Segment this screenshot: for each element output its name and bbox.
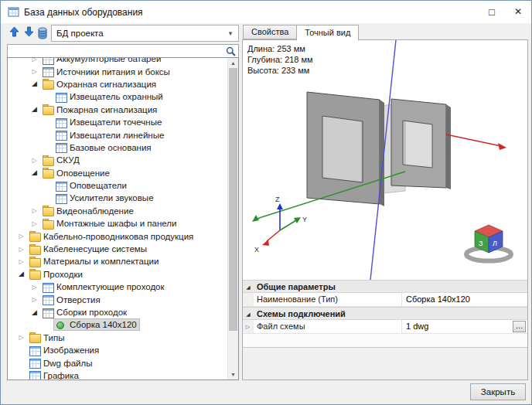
tree-item-content[interactable]: Кабеленесущие системы <box>27 243 150 255</box>
maximize-button[interactable]: □ <box>479 1 505 23</box>
tree-item[interactable]: ◢Охранная сигнализация <box>8 78 227 90</box>
tree-item[interactable]: ◢Оповещение <box>8 167 227 179</box>
move-up-button[interactable] <box>7 26 21 41</box>
property-value[interactable]: Сборка 140x120 <box>402 293 527 306</box>
tab-properties[interactable]: Свойства <box>243 25 297 39</box>
scrollbar-thumb[interactable] <box>229 68 237 331</box>
close-button[interactable]: Закрыть <box>470 383 526 400</box>
tree-item-content[interactable]: Базовые основания <box>53 141 155 154</box>
expanded-arrow-icon[interactable]: ◢ <box>29 104 40 115</box>
3d-viewport[interactable]: Длина: 253 мм Глубина: 218 мм Высота: 23… <box>243 40 527 280</box>
scroll-up-icon[interactable]: ▲ <box>228 58 238 68</box>
tree-item-content[interactable]: Проходки <box>27 268 86 281</box>
tree-item[interactable]: Графика <box>8 369 227 380</box>
tree-item[interactable]: ◢Пожарная сигнализация <box>8 104 227 116</box>
tree-item[interactable]: ▷Видеонаблюдение <box>8 205 227 217</box>
tree-item[interactable]: ▷Комплектующие проходок <box>8 281 227 293</box>
section-expander-icon[interactable]: ◢ <box>243 308 254 319</box>
tree-item-content[interactable]: СКУД <box>40 154 83 166</box>
close-window-button[interactable]: ✕ <box>505 1 531 23</box>
tree-item[interactable]: Извещатели точечные <box>8 116 227 128</box>
collapsed-arrow-icon[interactable]: ▷ <box>15 230 27 242</box>
tree-item[interactable]: Изображения <box>8 344 227 356</box>
tree-scrollbar[interactable]: ▲ ▼ <box>227 58 238 379</box>
up-arrow-icon <box>9 26 19 37</box>
property-section-schemes[interactable]: ◢ Схемы подключений <box>243 307 527 320</box>
tree-item[interactable]: ▷Источники питания и боксы <box>8 65 227 77</box>
browse-ellipsis-button[interactable]: … <box>513 321 526 332</box>
tree-item-content[interactable]: Извещатели точечные <box>53 116 165 128</box>
property-section-general[interactable]: ◢ Общие параметры <box>243 280 527 293</box>
tree-item[interactable]: Оповещатели <box>8 179 227 192</box>
3d-model-view[interactable]: Z Y X З Л <box>243 40 527 280</box>
tree-item-content[interactable]: Усилители звуковые <box>53 192 157 204</box>
x-axis-line <box>446 134 501 146</box>
tree-item-content[interactable]: Монтажные шкафы и панели <box>40 217 179 230</box>
collapsed-arrow-icon[interactable]: ▷ <box>15 243 27 255</box>
tree-item[interactable]: ▷Кабельно-проводниковая продукция <box>8 230 227 242</box>
tree-item-content[interactable]: Извещатель охранный <box>53 90 166 103</box>
tree-item-content[interactable]: Изображения <box>27 344 102 356</box>
tree-item-content[interactable]: Dwg файлы <box>27 357 95 369</box>
tree-item-content[interactable]: Типы <box>27 332 67 344</box>
expanded-arrow-icon[interactable]: ◢ <box>15 268 27 280</box>
tree-item[interactable]: ◢Сборки проходок <box>8 306 227 318</box>
tree-item[interactable]: ▷Типы <box>8 332 227 344</box>
tree-item-content[interactable]: Охранная сигнализация <box>40 78 159 90</box>
tree-item-content[interactable]: Видеонаблюдение <box>40 205 137 217</box>
collapsed-arrow-icon[interactable]: ▷ <box>29 66 40 77</box>
tree-item-content[interactable]: Сборки проходок <box>40 306 130 318</box>
tree-item-content[interactable]: Источники питания и боксы <box>40 66 173 78</box>
tree-item[interactable]: ▷Монтажные шкафы и панели <box>8 217 227 230</box>
tree-item[interactable]: Dwg файлы <box>8 356 227 369</box>
expanded-arrow-icon[interactable]: ◢ <box>29 307 40 318</box>
expanded-arrow-icon[interactable]: ◢ <box>29 78 40 90</box>
tree-item-content[interactable]: Материалы и комплектации <box>27 255 162 267</box>
tree-item-label: Проходки <box>43 270 83 279</box>
scroll-down-icon[interactable]: ▼ <box>228 369 238 379</box>
tree-item[interactable]: Извещатели линейные <box>8 128 227 141</box>
row-expander-icon[interactable]: ▷ <box>243 320 254 333</box>
tree-item[interactable]: Усилители звуковые <box>8 192 227 204</box>
tree-item-content[interactable]: Пожарная сигнализация <box>40 104 160 116</box>
tree-item[interactable]: Базовые основания <box>8 141 227 154</box>
search-box[interactable] <box>7 44 239 58</box>
collapsed-arrow-icon[interactable]: ▷ <box>29 205 40 216</box>
tab-exact-view[interactable]: Точный вид <box>296 25 359 41</box>
search-icon[interactable] <box>226 46 236 56</box>
tree-item[interactable]: ▷Кабеленесущие системы <box>8 243 227 255</box>
tree-item[interactable]: ◢Проходки <box>8 268 227 281</box>
expanded-arrow-icon[interactable]: ◢ <box>29 167 40 179</box>
front-hole-shadow <box>322 116 363 182</box>
collapsed-arrow-icon[interactable]: ▷ <box>29 155 40 166</box>
search-input[interactable] <box>9 45 223 57</box>
collapsed-arrow-icon[interactable]: ▷ <box>29 281 40 293</box>
tree-item[interactable]: ▷Материалы и комплектации <box>8 255 227 267</box>
tree-item[interactable]: Извещатель охранный <box>8 90 227 103</box>
tree-item-content[interactable]: Оповещение <box>40 167 113 179</box>
tree-item-content[interactable]: Графика <box>27 369 82 380</box>
tree-item-content[interactable]: Извещатели линейные <box>53 129 167 141</box>
tree-item[interactable]: ▷Отверстия <box>8 293 227 305</box>
titlebar[interactable]: База данных оборудования □ ✕ <box>1 1 531 23</box>
collapsed-arrow-icon[interactable]: ▷ <box>15 256 27 267</box>
folder-icon <box>42 168 53 178</box>
tree-item-content[interactable]: Комплектующие проходок <box>40 281 168 293</box>
tree-selected-item[interactable]: Сборка 140x120 <box>53 318 140 331</box>
tree-item-content[interactable]: Отверстия <box>40 294 104 306</box>
tree-item[interactable]: ▷СКУД <box>8 154 227 166</box>
collapsed-arrow-icon[interactable]: ▷ <box>29 57 40 65</box>
collapsed-arrow-icon[interactable]: ▷ <box>29 294 40 305</box>
tree-item[interactable]: Сборка 140x120 <box>8 318 227 331</box>
tree-item[interactable]: ▷Аккумуляторные батареи <box>8 57 227 65</box>
tree-item-content[interactable]: Кабельно-проводниковая продукция <box>27 230 196 243</box>
row-gutter <box>243 293 254 306</box>
tree-item-content[interactable]: Аккумуляторные батареи <box>40 57 164 65</box>
move-down-button[interactable] <box>22 26 36 41</box>
section-expander-icon[interactable]: ◢ <box>243 281 254 292</box>
property-value[interactable]: 1 dwg … <box>402 320 527 333</box>
database-select[interactable]: БД проекта ▾ <box>51 25 239 42</box>
collapsed-arrow-icon[interactable]: ▷ <box>29 218 40 230</box>
tree-item-content[interactable]: Оповещатели <box>53 179 130 192</box>
collapsed-arrow-icon[interactable]: ▷ <box>15 332 27 343</box>
